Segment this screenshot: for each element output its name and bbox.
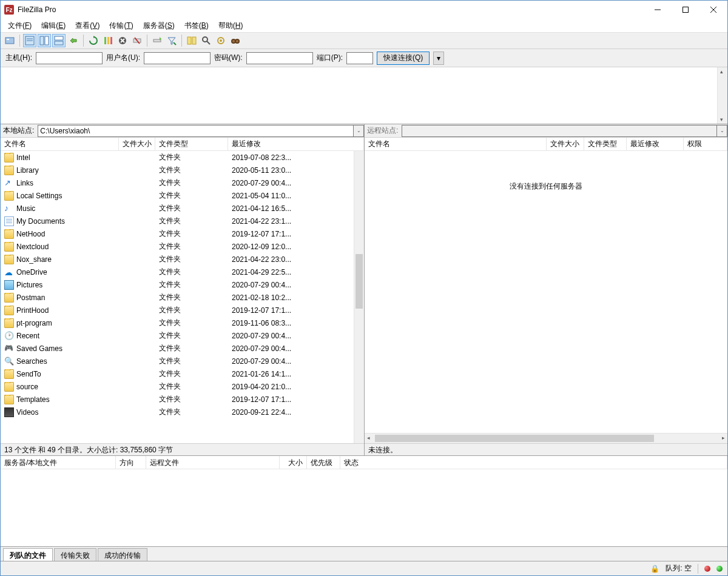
local-file-row[interactable]: ☁OneDrive文件夹2021-04-29 22:5...: [1, 266, 354, 278]
search-icon[interactable]: [200, 34, 213, 47]
file-type: 文件夹: [155, 318, 228, 328]
sync-browse-icon[interactable]: [67, 34, 80, 47]
local-col-size[interactable]: 文件大小: [119, 138, 155, 150]
disconnect-icon[interactable]: [130, 34, 144, 47]
queue-body[interactable]: [1, 469, 727, 546]
svg-rect-1: [683, 7, 689, 13]
queue-col-size[interactable]: 大小: [280, 456, 307, 469]
local-col-type[interactable]: 文件类型: [155, 138, 228, 150]
queue-col-dir[interactable]: 方向: [116, 456, 146, 469]
log-panel[interactable]: [1, 67, 727, 124]
host-input[interactable]: [36, 52, 103, 64]
local-file-row[interactable]: My Documents文件夹2021-04-22 23:1...: [1, 215, 354, 227]
log-scrollbar[interactable]: [717, 67, 727, 124]
port-input[interactable]: [346, 52, 373, 64]
toggle-log-icon[interactable]: [23, 34, 36, 47]
folder-icon: [4, 229, 14, 239]
folder-icon: [4, 382, 14, 392]
user-input[interactable]: [144, 52, 211, 64]
toggle-tree-icon[interactable]: [38, 34, 51, 47]
toggle-queue-icon[interactable]: [52, 34, 66, 47]
local-site-bar: 本地站点: ⌄: [1, 124, 364, 138]
local-file-row[interactable]: SendTo文件夹2021-01-26 14:1...: [1, 367, 354, 380]
local-file-row[interactable]: pt-program文件夹2019-11-06 08:3...: [1, 316, 354, 329]
remote-scrollbar-h[interactable]: [365, 433, 727, 443]
cancel-icon[interactable]: [116, 34, 129, 47]
remote-col-perm[interactable]: 权限: [684, 138, 727, 150]
filter-icon[interactable]: [165, 34, 178, 47]
binoculars-icon[interactable]: [229, 34, 242, 47]
remote-col-name[interactable]: ⌃文件名: [365, 138, 547, 150]
menu-server[interactable]: 服务器(S): [138, 19, 180, 32]
file-name: Postman: [16, 293, 45, 302]
toolbar-separator: [83, 35, 84, 47]
folder-icon: [4, 242, 14, 252]
local-file-row[interactable]: ♪Music文件夹2021-04-12 16:5...: [1, 202, 354, 215]
local-file-row[interactable]: NetHood文件夹2019-12-07 17:1...: [1, 227, 354, 240]
remote-file-list[interactable]: 没有连接到任何服务器: [365, 151, 727, 443]
local-path-dropdown[interactable]: ⌄: [354, 125, 364, 137]
compare-icon[interactable]: [185, 34, 198, 47]
remote-path-dropdown[interactable]: ⌄: [717, 125, 727, 137]
local-file-row[interactable]: Nextcloud文件夹2020-12-09 12:0...: [1, 240, 354, 253]
file-type: 文件夹: [155, 369, 228, 379]
pass-label: 密码(W):: [214, 53, 243, 63]
quickconnect-button[interactable]: 快速连接(Q): [377, 52, 430, 65]
tab-success[interactable]: 成功的传输: [98, 548, 147, 561]
queue-col-server[interactable]: 服务器/本地文件: [1, 456, 116, 469]
menu-edit[interactable]: 编辑(E): [36, 19, 70, 32]
local-file-row[interactable]: 🔍Searches文件夹2020-07-29 00:4...: [1, 355, 354, 367]
remote-path-input[interactable]: [402, 125, 717, 137]
pic-icon: [4, 280, 14, 290]
remote-col-size[interactable]: 文件大小: [547, 138, 584, 150]
remote-col-type[interactable]: 文件类型: [584, 138, 627, 150]
file-modified: 2020-07-29 00:4...: [228, 332, 354, 340]
close-button[interactable]: [699, 1, 727, 19]
local-col-name[interactable]: ⌃文件名: [1, 138, 119, 150]
tab-failed[interactable]: 传输失败: [54, 548, 96, 561]
remote-site-bar: 远程站点: ⌄: [365, 124, 727, 138]
refresh-icon[interactable]: [87, 34, 100, 47]
minimize-button[interactable]: [644, 1, 672, 19]
local-file-row[interactable]: Postman文件夹2021-02-18 10:2...: [1, 291, 354, 304]
menu-transfer[interactable]: 传输(T): [104, 19, 138, 32]
file-name: Templates: [16, 395, 50, 404]
queue-col-prio[interactable]: 优先级: [307, 456, 340, 469]
file-name: Videos: [16, 408, 38, 417]
file-modified: 2021-04-22 23:1...: [228, 217, 354, 226]
process-queue-icon[interactable]: [101, 34, 115, 47]
settings-icon[interactable]: [214, 34, 228, 47]
reconnect-icon[interactable]: [150, 34, 164, 47]
menu-file[interactable]: 文件(F): [3, 19, 36, 32]
local-file-row[interactable]: Intel文件夹2019-07-08 22:3...: [1, 151, 354, 164]
link-icon: ↗: [4, 178, 14, 188]
menu-view[interactable]: 查看(V): [70, 19, 104, 32]
local-file-row[interactable]: ↗Links文件夹2020-07-29 00:4...: [1, 176, 354, 189]
local-col-modified[interactable]: 最近修改: [228, 138, 364, 150]
local-file-row[interactable]: Library文件夹2020-05-11 23:0...: [1, 164, 354, 176]
remote-col-modified[interactable]: 最近修改: [627, 138, 684, 150]
local-path-input[interactable]: [38, 125, 354, 137]
pass-input[interactable]: [246, 52, 313, 64]
local-file-row[interactable]: PrintHood文件夹2019-12-07 17:1...: [1, 304, 354, 316]
queue-col-status[interactable]: 状态: [340, 456, 727, 469]
local-file-row[interactable]: Local Settings文件夹2021-05-04 11:0...: [1, 189, 354, 202]
local-file-row[interactable]: Pictures文件夹2020-07-29 00:4...: [1, 278, 354, 291]
local-file-row[interactable]: Templates文件夹2019-12-07 17:1...: [1, 393, 354, 406]
folder-icon: [4, 166, 14, 175]
tab-queued[interactable]: 列队的文件: [3, 548, 53, 561]
queue-col-remote[interactable]: 远程文件: [146, 456, 280, 469]
local-file-row[interactable]: Nox_share文件夹2021-04-22 23:0...: [1, 253, 354, 266]
site-manager-icon[interactable]: [3, 34, 16, 47]
local-scrollbar-v[interactable]: [354, 151, 364, 443]
local-file-row[interactable]: 🕑Recent文件夹2020-07-29 00:4...: [1, 329, 354, 342]
local-file-row[interactable]: Videos文件夹2020-09-21 22:4...: [1, 406, 354, 418]
local-file-list[interactable]: Intel文件夹2019-07-08 22:3...Library文件夹2020…: [1, 151, 364, 443]
maximize-button[interactable]: [672, 1, 699, 19]
menu-help[interactable]: 帮助(H): [214, 19, 248, 32]
quickconnect-dropdown[interactable]: ▾: [433, 52, 444, 65]
window-title: FileZilla Pro: [18, 5, 644, 14]
local-file-row[interactable]: source文件夹2019-04-20 21:0...: [1, 380, 354, 393]
menu-bookmarks[interactable]: 书签(B): [180, 19, 214, 32]
local-file-row[interactable]: 🎮Saved Games文件夹2020-07-29 00:4...: [1, 342, 354, 355]
